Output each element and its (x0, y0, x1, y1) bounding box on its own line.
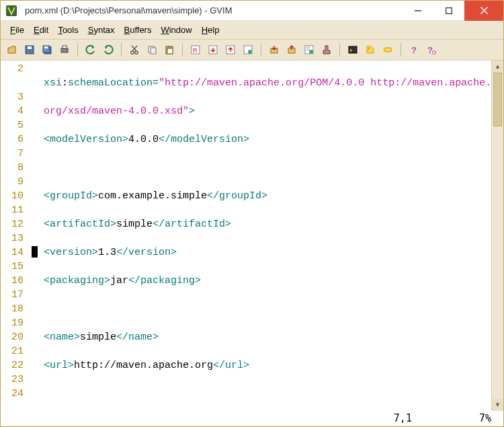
svg-rect-20 (168, 46, 171, 48)
window-title: pom.xml (D:\Projects\Personal\maven\simp… (22, 5, 403, 15)
code-area[interactable]: xsi:schemaLocation="http://maven.apache.… (29, 61, 503, 411)
open-icon[interactable] (5, 42, 19, 57)
svg-rect-9 (44, 46, 48, 48)
svg-point-26 (248, 50, 252, 54)
svg-rect-33 (384, 48, 392, 52)
window-controls (403, 1, 503, 21)
find-prev-icon[interactable] (223, 42, 238, 57)
menu-syntax[interactable]: Syntax (84, 24, 119, 36)
svg-rect-10 (61, 48, 68, 52)
scrollbar-thumb[interactable] (493, 73, 502, 126)
svg-line-14 (132, 46, 136, 51)
svg-rect-6 (28, 46, 32, 49)
save-all-icon[interactable] (40, 42, 54, 57)
menubar: File Edit Tools Syntax Buffers Window He… (1, 21, 503, 40)
svg-text:?: ? (427, 45, 433, 55)
svg-text:?: ? (411, 45, 417, 55)
menu-file[interactable]: File (6, 24, 28, 36)
scroll-up-icon[interactable]: ▲ (492, 61, 503, 73)
menu-help[interactable]: Help (198, 24, 224, 36)
line-number-gutter: 2 3 4 5 6 7 8 9 10 11 12 13 14 15 16 17 … (1, 61, 29, 411)
svg-rect-19 (167, 48, 173, 54)
print-icon[interactable] (57, 42, 72, 57)
editor[interactable]: 2 3 4 5 6 7 8 9 10 11 12 13 14 15 16 17 … (1, 61, 503, 411)
svg-point-36 (433, 51, 436, 54)
close-button[interactable] (464, 1, 503, 21)
svg-rect-17 (151, 48, 156, 54)
ctags-icon[interactable] (241, 42, 255, 57)
svg-point-12 (131, 51, 134, 54)
redo-icon[interactable] (101, 42, 116, 57)
titlebar: pom.xml (D:\Projects\Personal\maven\simp… (1, 1, 503, 21)
maximize-button[interactable] (433, 1, 464, 21)
cut-icon[interactable] (127, 42, 142, 57)
run-script-icon[interactable] (302, 42, 317, 57)
menu-tools[interactable]: Tools (54, 24, 82, 36)
make-icon[interactable] (319, 42, 334, 57)
cursor (32, 246, 38, 258)
find-help-icon[interactable]: ? (424, 42, 439, 57)
tag-back-icon[interactable] (380, 42, 395, 57)
svg-rect-11 (62, 46, 67, 48)
tag-jump-icon[interactable] (363, 42, 378, 57)
cursor-position: 7,1 (394, 412, 412, 424)
scroll-percent: 7% (479, 412, 491, 424)
app-icon (5, 4, 18, 17)
svg-rect-2 (446, 7, 452, 13)
svg-point-32 (368, 48, 370, 49)
copy-icon[interactable] (144, 42, 159, 57)
session-save-icon[interactable] (284, 42, 299, 57)
undo-icon[interactable] (83, 42, 98, 57)
scroll-down-icon[interactable]: ▼ (492, 399, 503, 411)
menu-buffers[interactable]: Buffers (120, 24, 155, 36)
svg-rect-31 (349, 46, 357, 53)
statusbar: 7,1 7% (1, 411, 503, 426)
svg-line-15 (132, 46, 137, 51)
paste-icon[interactable] (162, 42, 177, 57)
session-load-icon[interactable] (267, 42, 282, 57)
replace-icon[interactable]: R (188, 42, 203, 57)
find-next-icon[interactable] (206, 42, 220, 57)
save-icon[interactable] (22, 42, 37, 57)
toolbar: R ? ? (1, 40, 503, 61)
menu-edit[interactable]: Edit (30, 24, 52, 36)
svg-point-13 (135, 51, 138, 54)
minimize-button[interactable] (403, 1, 433, 21)
menu-window[interactable]: Window (157, 24, 196, 36)
help-icon[interactable]: ? (407, 42, 421, 57)
vertical-scrollbar[interactable]: ▲ ▼ (491, 61, 503, 411)
svg-point-30 (309, 50, 313, 54)
svg-text:R: R (193, 47, 198, 54)
shell-icon[interactable] (345, 42, 360, 57)
